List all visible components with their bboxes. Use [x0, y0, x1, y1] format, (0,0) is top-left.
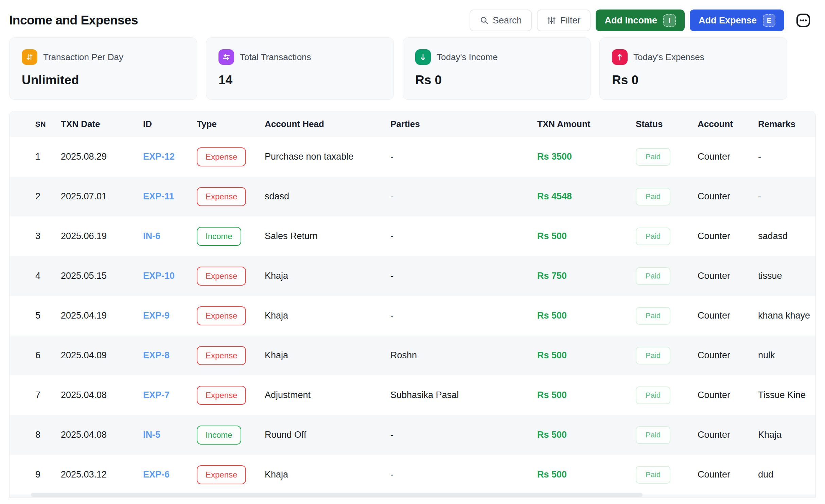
- transactions-table: SN TXN Date ID Type Account Head Parties…: [9, 111, 816, 498]
- cell-parties: -: [390, 310, 537, 321]
- cell-sn: 9: [10, 469, 61, 480]
- cell-account: Counter: [698, 430, 758, 440]
- cell-txn-date: 2025.04.09: [61, 350, 143, 361]
- table-body: 1 2025.08.29 EXP-12 Expense Purchase non…: [10, 137, 815, 494]
- cell-account: Counter: [698, 151, 758, 162]
- cell-remarks: -: [758, 191, 815, 202]
- search-icon: [480, 16, 489, 25]
- table-row[interactable]: 5 2025.04.19 EXP-9 Expense Khaja - Rs 50…: [10, 296, 815, 336]
- table-row[interactable]: 8 2025.04.08 IN-5 Income Round Off - Rs …: [10, 415, 815, 455]
- arrow-down-icon: [415, 49, 431, 65]
- cell-parties: Roshn: [390, 350, 537, 361]
- cell-txn-date: 2025.04.08: [61, 430, 143, 440]
- status-badge: Paid: [636, 228, 670, 245]
- topbar: Income and Expenses Search Filter Add In…: [9, 0, 816, 34]
- status-badge: Paid: [636, 148, 670, 166]
- cell-account: Counter: [698, 390, 758, 400]
- stat-card-todays-expenses: Today's Expenses Rs 0: [599, 37, 787, 100]
- cell-account-head: Khaja: [265, 469, 390, 480]
- cell-account-head: Round Off: [265, 430, 390, 440]
- search-button[interactable]: Search: [470, 10, 532, 31]
- table-row[interactable]: 9 2025.03.12 EXP-6 Expense Khaja - Rs 50…: [10, 455, 815, 494]
- type-badge: Expense: [197, 267, 246, 286]
- cell-remarks: -: [758, 151, 815, 162]
- add-expense-label: Add Expense: [699, 15, 757, 26]
- column-header-id: ID: [143, 119, 197, 129]
- cell-account: Counter: [698, 271, 758, 281]
- column-header-txn-amount: TXN Amount: [537, 119, 636, 129]
- cell-id-link[interactable]: IN-6: [143, 231, 197, 241]
- topbar-actions: Search Filter Add Income I Add Expense E: [470, 10, 812, 31]
- cell-id-link[interactable]: EXP-11: [143, 191, 197, 202]
- add-expense-shortcut-key: E: [763, 14, 775, 27]
- stat-value: Rs 0: [415, 73, 578, 87]
- cell-remarks: Khaja: [758, 430, 815, 440]
- table-row[interactable]: 2 2025.07.01 EXP-11 Expense sdasd - Rs 4…: [10, 177, 815, 216]
- stat-card-todays-income: Today's Income Rs 0: [403, 37, 591, 100]
- add-income-shortcut-key: I: [663, 14, 676, 27]
- add-expense-button[interactable]: Add Expense E: [690, 10, 784, 31]
- cell-sn: 7: [10, 390, 61, 400]
- income-expenses-page: Income and Expenses Search Filter Add In…: [0, 0, 825, 504]
- table-row[interactable]: 4 2025.05.15 EXP-10 Expense Khaja - Rs 7…: [10, 256, 815, 296]
- filter-button[interactable]: Filter: [537, 10, 591, 31]
- stat-cards: Transaction Per Day Unlimited Total Tran…: [9, 37, 816, 100]
- arrows-down-up-icon: [22, 49, 37, 65]
- cell-account-head: Khaja: [265, 271, 390, 281]
- cell-parties: -: [390, 231, 537, 241]
- cell-remarks: nulk: [758, 350, 815, 361]
- cell-account-head: Khaja: [265, 310, 390, 321]
- cell-account: Counter: [698, 191, 758, 202]
- stat-label: Today's Income: [437, 52, 498, 62]
- status-badge: Paid: [636, 426, 670, 444]
- cell-id-link[interactable]: EXP-9: [143, 310, 197, 321]
- add-income-button[interactable]: Add Income I: [596, 10, 685, 31]
- cell-id-link[interactable]: EXP-7: [143, 390, 197, 400]
- cell-sn: 8: [10, 430, 61, 440]
- cell-id-link[interactable]: EXP-6: [143, 469, 197, 480]
- horizontal-scrollbar[interactable]: [31, 493, 643, 497]
- cell-id-link[interactable]: EXP-12: [143, 151, 197, 162]
- column-header-txn-date: TXN Date: [61, 119, 143, 129]
- cell-account-head: Sales Return: [265, 231, 390, 241]
- more-options-button[interactable]: [794, 11, 812, 30]
- add-income-label: Add Income: [604, 15, 657, 26]
- table-row[interactable]: 7 2025.04.08 EXP-7 Expense Adjustment Su…: [10, 375, 815, 415]
- cell-sn: 1: [10, 151, 61, 162]
- cell-txn-date: 2025.08.29: [61, 151, 143, 162]
- type-badge: Expense: [197, 306, 246, 325]
- filter-sliders-icon: [547, 16, 556, 25]
- cell-account: Counter: [698, 231, 758, 241]
- cell-id-link[interactable]: EXP-10: [143, 271, 197, 281]
- cell-txn-amount: Rs 4548: [537, 191, 636, 202]
- cell-txn-amount: Rs 750: [537, 271, 636, 281]
- cell-remarks: khana khaye: [758, 310, 815, 321]
- table-row[interactable]: 6 2025.04.09 EXP-8 Expense Khaja Roshn R…: [10, 336, 815, 375]
- cell-txn-amount: Rs 500: [537, 390, 636, 400]
- cell-txn-amount: Rs 500: [537, 350, 636, 361]
- status-badge: Paid: [636, 386, 670, 404]
- cell-sn: 2: [10, 191, 61, 202]
- status-badge: Paid: [636, 188, 670, 205]
- stat-label: Today's Expenses: [633, 52, 704, 62]
- stat-value: 14: [218, 73, 381, 87]
- stat-value: Unlimited: [22, 73, 185, 87]
- cell-txn-amount: Rs 3500: [537, 151, 636, 162]
- cell-txn-date: 2025.04.19: [61, 310, 143, 321]
- cell-remarks: dud: [758, 469, 815, 480]
- cell-txn-date: 2025.06.19: [61, 231, 143, 241]
- cell-id-link[interactable]: EXP-8: [143, 350, 197, 361]
- type-badge: Income: [197, 227, 241, 246]
- stat-card-transaction-per-day: Transaction Per Day Unlimited: [9, 37, 197, 100]
- status-badge: Paid: [636, 466, 670, 484]
- status-badge: Paid: [636, 347, 670, 364]
- column-header-parties: Parties: [390, 119, 537, 129]
- type-badge: Expense: [197, 386, 246, 405]
- table-row[interactable]: 1 2025.08.29 EXP-12 Expense Purchase non…: [10, 137, 815, 177]
- cell-txn-date: 2025.07.01: [61, 191, 143, 202]
- cell-id-link[interactable]: IN-5: [143, 430, 197, 440]
- cell-remarks: tissue: [758, 271, 815, 281]
- cell-account-head: Khaja: [265, 350, 390, 361]
- cell-parties: -: [390, 430, 537, 440]
- table-row[interactable]: 3 2025.06.19 IN-6 Income Sales Return - …: [10, 216, 815, 256]
